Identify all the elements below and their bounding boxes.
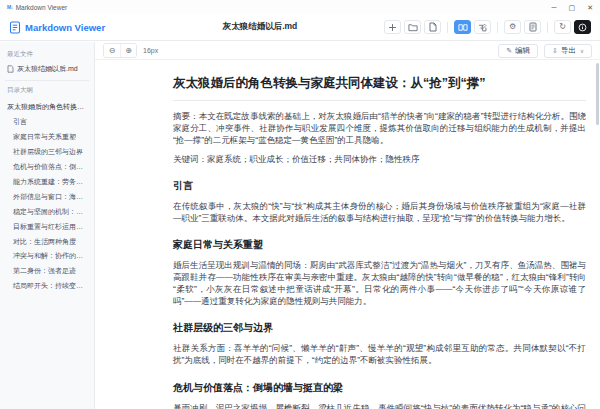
outline-item[interactable]: 目标重置与红杉运用：手与锯 [7, 220, 87, 235]
app-name: Markdown Viewer [25, 22, 105, 33]
outline-label: 目录大纲 [7, 86, 87, 95]
header-toolbar: ⚙ ↻ [384, 20, 591, 34]
chevron-down-icon: ∨ [580, 48, 584, 54]
document-preview: 灰太狼婚后的角色转换与家庭共同体建设：从“抢”到“撑” 摘要：本文在既定故事线索… [95, 61, 600, 409]
app-brand: Markdown Viewer [9, 21, 105, 34]
settings-button[interactable]: ⚙ [504, 20, 521, 34]
outline-item[interactable]: 冲突与和解：协作的乐队 [7, 249, 87, 264]
app-header: Markdown Viewer 灰太狼结婚以后.md ⚙ ↻ [0, 14, 600, 41]
outline-item[interactable]: 危机与价值落点：倒塌的墙与挺直的梁 [7, 160, 87, 175]
window-title: Markdown Viewer [16, 4, 68, 11]
scrollbar-thumb[interactable] [596, 63, 599, 125]
outline-item[interactable]: 稳定与坚固的机制：蓝色与黄色 [7, 205, 87, 220]
recent-file-item[interactable]: 灰太狼结婚以后.md [7, 64, 87, 74]
outline-list: 灰太狼婚后的角色转换与家庭共同体建设：从“抢”到“撑” 引言 家庭日常与关系重塑… [7, 100, 87, 294]
plus-icon [388, 23, 397, 32]
gear-icon: ⚙ [509, 23, 516, 31]
window-controls: ─ ▢ ✕ [552, 4, 593, 11]
refresh-button[interactable]: ↻ [554, 20, 571, 34]
toolbar-divider [447, 22, 448, 33]
edit-square-icon [478, 23, 487, 32]
sidebar: 最近文件 灰太狼结婚以后.md 目录大纲 灰太狼婚后的角色转换与家庭共同体建设：… [0, 42, 95, 409]
outline-item[interactable]: 家庭日常与关系重塑 [7, 130, 87, 145]
outline-item[interactable]: 外部信息与窗口：海风与三脚架 [7, 190, 87, 205]
outline-item[interactable]: 社群层级的三邻与边界 [7, 145, 87, 160]
markdown-block: 暴雨冲刷，泥巴之家坍塌，屋檐断裂，梁柱几近失稳。事件瞬间将“快与技”的表面优势转… [173, 402, 586, 409]
file-doc-icon [7, 65, 14, 73]
export-button[interactable]: ⇩ 导出 ∨ [544, 44, 592, 58]
toolbar-divider [547, 22, 548, 33]
outline-item[interactable]: 对比：生活两种角度 [7, 234, 87, 249]
document-toolbar: ⊖ ⊕ 16px ✎ 编辑 ⇩ 导出 ∨ [95, 42, 600, 60]
toolbar-divider [497, 22, 498, 33]
markdown-block: 在传统叙事中，灰太狼的“快”与“技”构成其主体身份的核心；婚后其身份场域与价值秩… [173, 200, 586, 224]
export-button-label: 导出 [561, 46, 576, 56]
refresh-icon: ↻ [559, 23, 566, 31]
edit-button-label: 编辑 [515, 46, 530, 56]
zoom-in-icon: ⊕ [125, 46, 132, 55]
markdown-block: 危机与价值落点：倒塌的墙与挺直的梁 [173, 381, 586, 395]
current-file-title: 灰太狼结婚以后.md [120, 21, 400, 33]
markdown-block: 关键词：家庭系统；职业成长；价值迁移；共同体协作；隐性秩序 [173, 153, 586, 165]
markdown-file-icon [9, 21, 21, 34]
outline-panel-button[interactable] [524, 20, 541, 34]
open-folder-button[interactable] [404, 20, 421, 34]
markdown-block: 社群层级的三邻与边界 [173, 321, 586, 335]
about-button[interactable] [574, 20, 591, 34]
book-open-icon [458, 23, 468, 32]
markdown-block: 家庭日常与关系重塑 [173, 238, 586, 252]
os-titlebar: M↓ Markdown Viewer ─ ▢ ✕ [0, 0, 600, 14]
outline-item[interactable]: 引言 [7, 115, 87, 130]
recent-files-label: 最近文件 [7, 50, 87, 59]
folder-open-icon [408, 23, 418, 32]
maximize-button[interactable]: ▢ [569, 4, 576, 11]
app-logo-icon: M↓ [7, 4, 13, 10]
new-file-button[interactable] [384, 20, 401, 34]
markdown-block: 引言 [173, 179, 586, 193]
document-lines-icon [529, 22, 537, 32]
recent-file-name: 灰太狼结婚以后.md [17, 64, 78, 74]
outline-item[interactable]: 第二身份：强者足迹 [7, 264, 87, 279]
zoom-in-button[interactable]: ⊕ [120, 44, 136, 57]
file-icon [429, 22, 437, 32]
sidebar-divider [5, 80, 89, 81]
outline-item[interactable]: 能力系统重建：劳务、训练与自我塑造 [7, 175, 87, 190]
markdown-block: 婚后生活呈现出规训与温情的同场：厨房由“武器库式整洁”过渡为“温热与烟火”，刀叉… [173, 259, 586, 307]
info-icon [578, 23, 587, 32]
minimize-button[interactable]: ─ [552, 4, 557, 11]
download-icon: ⇩ [552, 47, 558, 55]
open-file-button[interactable] [424, 20, 441, 34]
zoom-out-icon: ⊖ [109, 46, 116, 55]
markdown-block: 摘要：本文在既定故事线索的基础上，对灰太狼婚后由“猎羊的快者”向“建家的稳者”转… [173, 110, 586, 146]
preview-mode-button[interactable] [454, 20, 471, 34]
pencil-icon: ✎ [506, 47, 512, 55]
edit-mode-button[interactable] [474, 20, 491, 34]
zoom-out-button[interactable]: ⊖ [104, 44, 120, 57]
edit-button[interactable]: ✎ 编辑 [498, 44, 538, 58]
markdown-block: 社群关系方面：喜羊羊的“问候”、懒羊羊的“鼾声”、慢羊羊的“观望”构成邻里互助的… [173, 342, 586, 366]
document-actions: ✎ 编辑 ⇩ 导出 ∨ [498, 44, 592, 58]
outline-item[interactable]: 结局即开头：持续变化的系统 [7, 279, 87, 294]
font-size-value: 16px [143, 47, 158, 54]
close-button[interactable]: ✕ [587, 4, 593, 11]
markdown-page: 灰太狼婚后的角色转换与家庭共同体建设：从“抢”到“撑” 摘要：本文在既定故事线索… [95, 61, 600, 409]
outline-item[interactable]: 灰太狼婚后的角色转换与家庭共同体建设：从“抢”到“撑” [7, 100, 87, 115]
font-size-controls: ⊖ ⊕ [103, 43, 137, 58]
markdown-block: 灰太狼婚后的角色转换与家庭共同体建设：从“抢”到“撑” [173, 74, 586, 101]
